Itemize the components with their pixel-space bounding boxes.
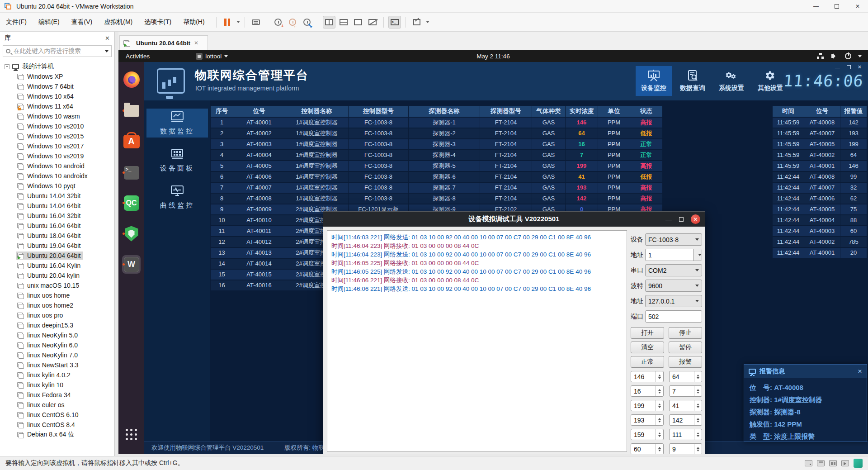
spinner-down-icon[interactable] — [697, 377, 699, 379]
table-row[interactable]: 7AT-400071#调度室控制器FC-1003-8探测器-7FT-2104GA… — [211, 182, 663, 193]
alarm-row[interactable]: 11:42:44AT-4000120 — [773, 247, 867, 258]
table-row[interactable]: 4AT-400041#调度室控制器FC-1003-8探测器-4FT-2104GA… — [211, 150, 663, 161]
vm-list-item[interactable]: linux deepin15.3 — [0, 320, 114, 330]
vm-list-item[interactable]: linux NeoKylin 5.0 — [0, 330, 114, 340]
value-spinner[interactable]: 41 — [669, 400, 702, 411]
vm-list-item[interactable]: Ubuntu 18.04 64bit — [0, 231, 114, 241]
address-combo[interactable]: 1 — [645, 249, 702, 261]
tree-root[interactable]: 我的计算机 — [0, 62, 114, 71]
alarm-row[interactable]: 11:45:59AT-40008142 — [773, 117, 867, 128]
dialog-close-icon[interactable]: ✕ — [691, 214, 700, 224]
library-search-input[interactable]: 在此处键入内容进行搜索 — [3, 45, 112, 57]
expander-icon[interactable] — [5, 64, 9, 69]
vm-list-item[interactable]: Windows 10 vs2010 — [0, 121, 114, 131]
alarm-row[interactable]: 11:42:44AT-4000488 — [773, 215, 867, 226]
spinner-arrows[interactable] — [694, 400, 702, 411]
console-view-icon[interactable]: >_ — [388, 16, 401, 28]
value-spinner[interactable]: 159 — [631, 429, 664, 440]
snapshot-take-icon[interactable]: + — [272, 16, 284, 28]
minimize-button[interactable]: — — [806, 0, 826, 12]
table-row[interactable]: 6AT-400061#调度室控制器FC-1003-8探测器-6FT-2104GA… — [211, 171, 663, 182]
vm-list-item[interactable]: Ubuntu 16.04 32bit — [0, 211, 114, 221]
dialog-maximize-icon[interactable] — [679, 217, 684, 222]
dock-item-files[interactable] — [122, 101, 141, 120]
tab-ubuntu-2004[interactable]: Ubuntu 20.04 64bit ✕ — [119, 35, 208, 50]
alarm-row[interactable]: 11:42:44AT-4000732 — [773, 182, 867, 193]
spinner-down-icon[interactable] — [697, 421, 699, 423]
spinner-arrows[interactable] — [694, 415, 702, 425]
library-panel-toggle-icon[interactable] — [323, 16, 335, 28]
alarm-row[interactable]: 11:42:44AT-4000899 — [773, 171, 867, 182]
dock-item-terminal[interactable]: >_ — [122, 163, 141, 182]
vm-list-item[interactable]: Debian 8.x 64 位 — [0, 430, 114, 440]
spinner-down-icon[interactable] — [697, 392, 699, 394]
suspend-dropdown-icon[interactable] — [236, 21, 240, 23]
spinner-down-icon[interactable] — [658, 377, 661, 379]
volume-icon[interactable] — [831, 52, 838, 60]
vm-list-item[interactable]: Ubuntu 16.04 64bit — [0, 221, 114, 231]
value-spinner[interactable]: 16 — [631, 385, 664, 397]
vm-list-item[interactable]: linux NewStart 3.3 — [0, 360, 114, 370]
menu-item-0[interactable]: 文件(F) — [0, 15, 33, 29]
table-row[interactable]: 2AT-400021#调度室控制器FC-1003-8探测器-2FT-2104GA… — [211, 128, 663, 139]
spinner-down-icon[interactable] — [697, 435, 699, 437]
vm-list-item[interactable]: unix macOS 10.15 — [0, 280, 114, 290]
ubuntu-clock[interactable]: May 2 11:46 — [118, 53, 868, 60]
spinner-arrows[interactable] — [694, 386, 702, 396]
dialog-titlebar[interactable]: 设备模拟调试工具 V20220501 — ✕ — [323, 212, 705, 227]
spinner-down-icon[interactable] — [658, 435, 661, 437]
vm-list-item[interactable]: Ubuntu 16.04 Kylin — [0, 261, 114, 271]
alarm-row[interactable]: 11:45:59AT-4000264 — [773, 150, 867, 161]
alarm-row[interactable]: 11:42:44AT-40002785 — [773, 237, 867, 247]
value-spinner[interactable]: 111 — [669, 429, 702, 440]
spinner-up-icon[interactable] — [697, 404, 699, 405]
nav-item-1[interactable]: 设备面板 — [146, 146, 208, 175]
alarm-row[interactable]: 11:45:59AT-40005199 — [773, 139, 867, 150]
vm-list-item[interactable]: Ubuntu 20.04 kylin — [0, 271, 114, 280]
spinner-up-icon[interactable] — [658, 404, 661, 405]
ip-select[interactable]: 127.0.0.1 — [645, 295, 702, 307]
spinner-down-icon[interactable] — [697, 450, 699, 451]
floppy-device-icon[interactable] — [817, 460, 825, 466]
baud-select[interactable]: 9600 — [645, 280, 702, 292]
spinner-up-icon[interactable] — [697, 375, 699, 376]
value-spinner[interactable]: 142 — [669, 414, 702, 426]
network-log[interactable]: 时间[11:46:03 221] 网络发送: 01 03 10 00 92 00… — [327, 230, 627, 452]
alarm-row[interactable]: 11:42:44AT-4000360 — [773, 226, 867, 237]
spinner-up-icon[interactable] — [658, 418, 661, 420]
unity-mode-icon[interactable] — [366, 16, 379, 28]
table-row[interactable]: 8AT-400081#调度室控制器FC-1003-8探测器-8FT-2104GA… — [211, 193, 663, 204]
search-dropdown-icon[interactable] — [105, 50, 108, 52]
spinner-arrows[interactable] — [694, 429, 702, 440]
vm-list-item[interactable]: linux uos home2 — [0, 300, 114, 310]
vm-list-item[interactable]: linux CentOS 6.10 — [0, 410, 114, 420]
vm-list-item[interactable]: Windows 11 x64 — [0, 101, 114, 111]
dialog-minimize-icon[interactable]: — — [665, 216, 672, 223]
clear-button[interactable]: 清空 — [631, 342, 664, 353]
power-icon[interactable] — [845, 53, 851, 59]
maximize-button[interactable] — [826, 0, 847, 12]
menu-item-5[interactable]: 帮助(H) — [177, 15, 210, 29]
spinner-down-icon[interactable] — [658, 421, 661, 423]
spinner-arrows[interactable] — [656, 371, 663, 382]
network-icon[interactable] — [817, 52, 824, 60]
value-spinner[interactable]: 7 — [669, 385, 702, 397]
alarm-button[interactable]: 报警 — [669, 356, 702, 368]
alarm-row[interactable]: 11:42:44AT-4000575 — [773, 204, 867, 215]
app-close-icon[interactable]: ✕ — [858, 64, 862, 70]
vm-list-item[interactable]: linux NeoKylin 7.0 — [0, 350, 114, 360]
pause-button[interactable]: 暂停 — [669, 342, 702, 353]
vm-list-item[interactable]: Windows 7 64bit — [0, 81, 114, 91]
alarm-popup-close-icon[interactable]: ✕ — [858, 368, 862, 375]
spinner-up-icon[interactable] — [697, 418, 699, 420]
menu-item-2[interactable]: 查看(V) — [66, 15, 99, 29]
hdd-device-icon[interactable] — [805, 460, 812, 466]
dock-item-ubuntu-software[interactable]: A — [122, 132, 141, 151]
vm-list-item[interactable]: linux NeoKylin 6.0 — [0, 340, 114, 350]
library-close-icon[interactable]: ✕ — [105, 35, 110, 42]
dock-item-show-applications[interactable] — [122, 425, 141, 444]
stretch-view-icon[interactable] — [410, 16, 423, 28]
spinner-up-icon[interactable] — [697, 432, 699, 434]
alarm-row[interactable]: 11:45:59AT-40007193 — [773, 128, 867, 139]
vm-list-item[interactable]: linux uos pro — [0, 310, 114, 320]
